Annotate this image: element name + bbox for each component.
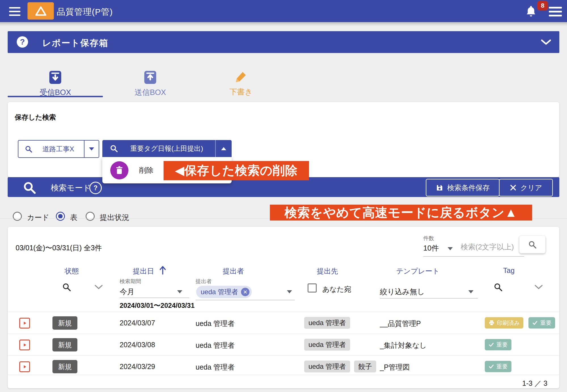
- row-destinations: ueda 管理者: [304, 339, 350, 351]
- row-destinations: ueda 管理者: [304, 317, 350, 329]
- tag-printed: 印刷済み: [485, 317, 523, 329]
- tag-label: 重要: [540, 319, 551, 327]
- column-header-status[interactable]: 状態: [65, 266, 79, 276]
- count-label: 件数: [423, 235, 434, 242]
- tab-outbox-label: 送信BOX: [134, 87, 166, 98]
- radio-card-view[interactable]: [13, 212, 22, 221]
- expand-row-icon[interactable]: [19, 340, 30, 350]
- table-row-3[interactable]: 新規 2024/03/29 ueda 管理者 ueda 管理者 餃子 _P管理図…: [8, 355, 559, 378]
- radio-table-label[interactable]: 表: [70, 213, 77, 223]
- results-search-input[interactable]: [460, 242, 526, 252]
- account-menu-icon[interactable]: [549, 7, 562, 16]
- destination-chip: ueda 管理者: [304, 317, 350, 329]
- clear-label: クリア: [521, 183, 542, 192]
- notification-bell-icon[interactable]: [525, 5, 537, 18]
- search-icon: [25, 145, 33, 153]
- printer-icon: [488, 320, 495, 326]
- table-row-1[interactable]: 新規 2024/03/07 ueda 管理者 ueda 管理者 __品質管理P …: [8, 312, 559, 334]
- destination-chip: ueda 管理者: [304, 339, 350, 351]
- saved-search-label: 道路工事X: [33, 145, 84, 154]
- results-search-button[interactable]: [519, 236, 545, 253]
- save-search-conditions-button[interactable]: 検索条件保存: [426, 179, 500, 196]
- radio-card-label[interactable]: カード: [27, 213, 49, 223]
- saved-search-2-menu-toggle[interactable]: [216, 147, 232, 150]
- chevron-down-icon[interactable]: [541, 39, 551, 45]
- tag-important: 重要: [485, 361, 511, 372]
- expand-row-icon[interactable]: [19, 361, 30, 372]
- period-range-text: 2024/03/01〜2024/03/31: [120, 301, 194, 310]
- row-date: 2024/03/07: [120, 319, 155, 327]
- annotation-fast-mode-note: 検索をやめて高速モードに戻るボタン▲: [270, 205, 532, 221]
- radio-status-label[interactable]: 提出状況: [100, 213, 129, 223]
- app-window: 品質管理(P管) 8 ? レポート保存箱 受信: [0, 0, 567, 392]
- app-title: 品質管理(P管): [57, 6, 113, 18]
- chevron-down-icon[interactable]: [94, 285, 103, 290]
- triangle-down-icon[interactable]: [287, 290, 292, 293]
- tag-filter-search-icon[interactable]: [493, 282, 503, 292]
- period-filter-label: 検索期間: [120, 278, 141, 285]
- radio-status-view[interactable]: [86, 212, 95, 221]
- period-filter-select[interactable]: 今月: [120, 287, 134, 297]
- results-table-card: 03/01(金)〜03/31(日) 全3件 件数 10件 状態 提出日 提出者 …: [8, 227, 559, 388]
- period-underline: [120, 298, 189, 298]
- destination-chip: 餃子: [354, 361, 376, 372]
- pagination-text: 1-3 ／ 3: [522, 379, 547, 388]
- column-header-template[interactable]: テンプレート: [396, 266, 440, 276]
- footer-divider: [8, 375, 559, 375]
- banner-title: レポート保存箱: [42, 37, 108, 49]
- addressed-to-you-label[interactable]: あなた宛: [322, 285, 351, 294]
- triangle-down-icon[interactable]: [177, 290, 182, 293]
- tag-label: 重要: [496, 341, 508, 349]
- saved-search-heading: 保存した検索: [15, 113, 56, 122]
- sort-ascending-icon[interactable]: [159, 265, 166, 275]
- triangle-down-icon: [89, 147, 94, 151]
- app-logo[interactable]: [27, 2, 54, 20]
- saved-search-item-2[interactable]: 重要タグ日報(上田提出): [102, 140, 232, 157]
- row-date: 2024/03/08: [120, 341, 155, 349]
- help-icon[interactable]: ?: [17, 36, 28, 48]
- clear-button[interactable]: クリア: [499, 179, 553, 196]
- triangle-down-icon[interactable]: [448, 247, 453, 250]
- notification-count-badge: 8: [537, 1, 548, 10]
- column-header-destination[interactable]: 提出先: [317, 266, 338, 276]
- tab-outbox[interactable]: 送信BOX: [108, 70, 193, 98]
- chevron-down-icon[interactable]: [534, 285, 543, 290]
- menu-hamburger-icon[interactable]: [9, 7, 20, 16]
- submitter-filter-label: 提出者: [196, 278, 212, 285]
- row-destinations: ueda 管理者 餃子: [304, 361, 376, 372]
- column-header-submitter[interactable]: 提出者: [223, 266, 244, 276]
- saved-search-item-1[interactable]: 道路工事X: [18, 140, 99, 158]
- count-select[interactable]: 10件: [423, 243, 439, 253]
- report-box-banner[interactable]: ? レポート保存箱: [8, 31, 559, 53]
- saved-search-1-menu-toggle[interactable]: [84, 147, 99, 151]
- chip-remove-icon[interactable]: ✕: [241, 288, 249, 296]
- search-icon: [528, 240, 537, 249]
- row-template: _集計対象なし: [380, 341, 427, 350]
- submitter-filter-chip[interactable]: ueda 管理者 ✕: [196, 286, 252, 298]
- template-filter-select[interactable]: 絞り込み無し: [380, 287, 425, 297]
- help-icon[interactable]: ?: [89, 182, 102, 194]
- row-date: 2024/03/29: [120, 363, 155, 371]
- row-template: _P管理図: [380, 363, 410, 372]
- row-tags: 重要: [485, 339, 511, 350]
- status-badge: 新規: [52, 338, 77, 351]
- expand-row-icon[interactable]: [19, 318, 30, 329]
- addressed-to-you-checkbox[interactable]: [308, 283, 317, 293]
- tag-label: 印刷済み: [497, 319, 520, 327]
- triangle-down-icon[interactable]: [468, 290, 473, 293]
- tab-draft[interactable]: 下書き: [198, 70, 284, 97]
- tag-important: 重要: [528, 317, 555, 329]
- row-submitter: ueda 管理者: [196, 363, 235, 372]
- radio-table-view[interactable]: [56, 212, 65, 221]
- results-summary: 03/01(金)〜03/31(日) 全3件: [16, 243, 102, 253]
- close-icon: [510, 184, 517, 191]
- pencil-icon: [234, 70, 247, 84]
- status-filter-search-icon[interactable]: [62, 282, 71, 292]
- column-header-date[interactable]: 提出日: [133, 266, 154, 276]
- row-template: __品質管理P: [380, 319, 421, 328]
- delete-circle: [110, 161, 128, 179]
- tab-inbox[interactable]: 受信BOX: [8, 70, 103, 98]
- destination-chip: ueda 管理者: [304, 361, 350, 372]
- column-header-tag[interactable]: Tag: [503, 266, 515, 275]
- table-row-2[interactable]: 新規 2024/03/08 ueda 管理者 ueda 管理者 _集計対象なし …: [8, 334, 559, 356]
